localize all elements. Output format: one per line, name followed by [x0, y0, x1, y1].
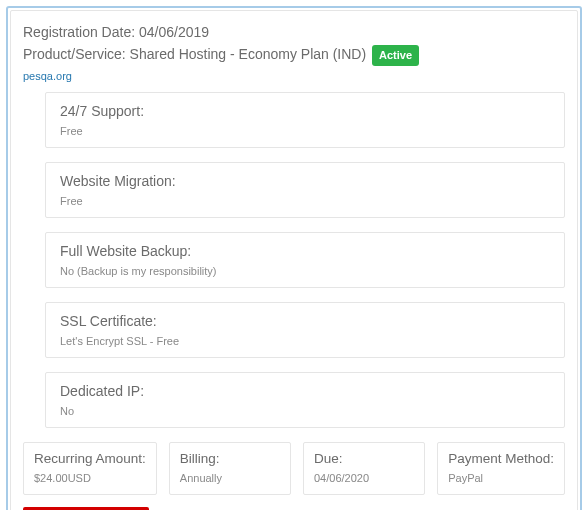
product-label: Product/Service:	[23, 46, 126, 62]
summary-row: Recurring Amount: $24.00USD Billing: Ann…	[23, 442, 565, 495]
summary-value: Annually	[180, 472, 280, 484]
feature-support: 24/7 Support: Free	[45, 92, 565, 148]
feature-dedicated-ip: Dedicated IP: No	[45, 372, 565, 428]
outer-frame: Registration Date: 04/06/2019 Product/Se…	[6, 6, 582, 510]
summary-due: Due: 04/06/2020	[303, 442, 425, 495]
feature-value: Let's Encrypt SSL - Free	[60, 335, 550, 347]
registration-value: 04/06/2019	[139, 24, 209, 40]
product-panel: Registration Date: 04/06/2019 Product/Se…	[10, 10, 578, 510]
feature-value: No	[60, 405, 550, 417]
registration-line: Registration Date: 04/06/2019	[23, 21, 565, 43]
summary-value: $24.00USD	[34, 472, 146, 484]
feature-value: No (Backup is my responsibility)	[60, 265, 550, 277]
feature-title: 24/7 Support:	[60, 103, 550, 119]
feature-migration: Website Migration: Free	[45, 162, 565, 218]
status-badge: Active	[372, 45, 419, 67]
feature-value: Free	[60, 195, 550, 207]
feature-ssl: SSL Certificate: Let's Encrypt SSL - Fre…	[45, 302, 565, 358]
registration-label: Registration Date:	[23, 24, 135, 40]
feature-title: SSL Certificate:	[60, 313, 550, 329]
feature-title: Full Website Backup:	[60, 243, 550, 259]
summary-value: PayPal	[448, 472, 554, 484]
summary-payment: Payment Method: PayPal	[437, 442, 565, 495]
summary-value: 04/06/2020	[314, 472, 414, 484]
summary-title: Payment Method:	[448, 451, 554, 466]
product-line: Product/Service: Shared Hosting - Econom…	[23, 43, 565, 66]
feature-backup: Full Website Backup: No (Backup is my re…	[45, 232, 565, 288]
domain-link[interactable]: pesqa.org	[23, 70, 72, 82]
feature-title: Website Migration:	[60, 173, 550, 189]
summary-title: Billing:	[180, 451, 280, 466]
feature-value: Free	[60, 125, 550, 137]
summary-recurring: Recurring Amount: $24.00USD	[23, 442, 157, 495]
summary-billing: Billing: Annually	[169, 442, 291, 495]
feature-title: Dedicated IP:	[60, 383, 550, 399]
product-value: Shared Hosting - Economy Plan (IND)	[130, 46, 367, 62]
summary-title: Due:	[314, 451, 414, 466]
summary-title: Recurring Amount:	[34, 451, 146, 466]
